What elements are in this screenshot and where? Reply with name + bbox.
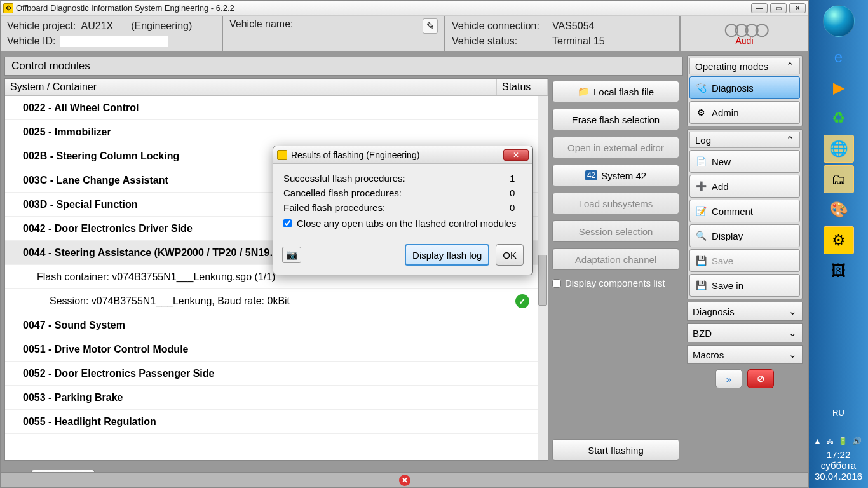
clock-date: 30.04.2016 (809, 471, 868, 482)
close-tabs-input[interactable] (283, 219, 292, 227)
macros-combo[interactable]: Macros ⌄ (687, 345, 803, 364)
taskbar-pictures-icon[interactable]: 🖼 (824, 257, 854, 285)
display-components-input[interactable] (552, 279, 561, 288)
audi-rings-icon: ◯◯◯◯ (724, 22, 765, 37)
save-as-icon: 💾 (695, 280, 707, 291)
folder-icon: 📁 (578, 86, 590, 97)
start-flashing-button[interactable]: Start flashing (552, 439, 679, 461)
minimize-button[interactable]: — (751, 3, 768, 13)
table-row[interactable]: 0051 - Drive Motor Control Module (5, 337, 548, 362)
clock-time[interactable]: 17:22 (809, 449, 868, 460)
status-value: Terminal 15 (552, 36, 605, 47)
dialog-icon (277, 150, 287, 160)
cancel-button[interactable]: ⊘ (747, 369, 774, 388)
taskbar-paint-icon[interactable]: 🎨 (824, 196, 854, 224)
success-icon: ✓ (515, 294, 529, 308)
collapse-icon: ⌃ (786, 60, 794, 72)
brand-logo: ◯◯◯◯ Audi (681, 16, 808, 51)
system-tray[interactable]: RU ▲ 🖧 🔋 🔊 17:22 суббота 30.04.2016 (809, 404, 868, 488)
language-indicator[interactable]: RU (809, 408, 868, 417)
gear-icon: ⚙ (695, 107, 707, 118)
tray-icons[interactable]: ▲ 🖧 🔋 🔊 (809, 437, 868, 445)
operating-modes-panel: Operating modes ⌃ 🩺 Diagnosis ⚙ Admin (687, 55, 803, 126)
stethoscope-icon: 🩺 (695, 82, 707, 93)
table-row[interactable]: 0047 - Sound System (5, 313, 548, 337)
comment-icon: 📝 (695, 205, 707, 217)
table-row[interactable]: 0022 - All Wheel Control (5, 96, 548, 120)
window-title: Offboard Diagnostic Information System E… (16, 3, 751, 13)
forward-icon: » (726, 374, 731, 384)
admin-mode-button[interactable]: ⚙ Admin (689, 101, 800, 124)
close-button[interactable]: ✕ (789, 3, 806, 13)
flash-results-dialog: Results of flashing (Engineering) ✕ Succ… (273, 146, 533, 275)
taskbar-chrome-icon[interactable]: 🌐 (824, 135, 854, 163)
table-row[interactable]: 0025 - Immobilizer (5, 120, 548, 144)
row-text: 0053 - Parking Brake (5, 390, 497, 406)
col-system[interactable]: System / Container (5, 79, 497, 95)
maximize-button[interactable]: ▭ (770, 3, 787, 13)
open-external-button: Open in external editor (552, 137, 679, 158)
diagnosis-combo[interactable]: Diagnosis ⌄ (687, 302, 803, 321)
row-text: Session: v074B3755N1___Lenkung, Baud rat… (5, 293, 497, 309)
ok-button[interactable]: OK (496, 244, 524, 266)
display-flash-log-button[interactable]: Display flash log (405, 244, 489, 266)
titlebar[interactable]: ⚙ Offboard Diagnostic Information System… (1, 1, 808, 16)
table-row[interactable]: 0053 - Parking Brake (5, 386, 548, 410)
project-mode: (Engineering) (131, 20, 192, 32)
taskbar-media-icon[interactable]: ▶ (824, 74, 854, 102)
scrollbar[interactable] (538, 96, 548, 460)
close-tabs-checkbox[interactable]: Close any open tabs on the flashed contr… (283, 218, 522, 229)
log-display-button[interactable]: 🔍Display (689, 224, 800, 247)
row-text: 0022 - All Wheel Control (5, 100, 497, 116)
operating-modes-header[interactable]: Operating modes ⌃ (689, 58, 800, 74)
project-value: AU21X (81, 20, 114, 32)
system42-button[interactable]: 42 System 42 (552, 165, 679, 186)
erase-flash-button[interactable]: Erase flash selection (552, 109, 679, 130)
vehicle-name-label: Vehicle name: (229, 18, 294, 30)
windows-taskbar: e ▶ ♻ 🌐 🗂 🎨 ⚙ 🖼 RU ▲ 🖧 🔋 🔊 17:22 суббота… (809, 0, 868, 488)
clock-day: суббота (809, 460, 868, 471)
row-text: 0052 - Door Electronics Passenger Side (5, 365, 497, 382)
save-icon: 💾 (695, 255, 707, 266)
connection-label: Vehicle connection: (452, 20, 547, 32)
table-row[interactable]: 0055 - Headlight Regulation (5, 410, 548, 434)
taskbar-odis-icon[interactable]: ⚙ (824, 226, 854, 254)
failed-label: Failed flash procedures: (283, 202, 385, 213)
start-button[interactable] (823, 5, 855, 37)
col-status[interactable]: Status (497, 79, 548, 95)
add-icon: ➕ (695, 180, 707, 192)
success-label: Successful flash procedures: (283, 173, 405, 184)
vehicle-id-label: Vehicle ID: (7, 36, 55, 47)
magnify-icon: 🔍 (695, 230, 707, 241)
taskbar-recycle-icon[interactable]: ♻ (824, 104, 854, 132)
app-window: ⚙ Offboard Diagnostic Information System… (0, 0, 809, 488)
table-row[interactable]: Session: v074B3755N1___Lenkung, Baud rat… (5, 289, 548, 313)
log-add-button[interactable]: ➕Add (689, 175, 800, 198)
scroll-thumb[interactable] (538, 255, 547, 306)
connection-value: VAS5054 (552, 20, 594, 32)
dialog-close-button[interactable]: ✕ (503, 149, 529, 161)
log-header[interactable]: Log ⌃ (689, 132, 800, 148)
collapse-icon: ⌃ (786, 134, 794, 146)
taskbar-explorer-icon[interactable]: 🗂 (824, 165, 854, 193)
log-savein-button[interactable]: 💾Save in (689, 274, 800, 297)
brand-name: Audi (735, 36, 753, 46)
edit-name-button[interactable]: ✎ (423, 18, 438, 34)
log-comment-button[interactable]: 📝Comment (689, 200, 800, 222)
vehicle-id-value (60, 36, 168, 47)
log-save-button: 💾Save (689, 249, 800, 272)
screenshot-button[interactable]: 📷 (282, 247, 301, 263)
bzd-combo[interactable]: BZD ⌄ (687, 323, 803, 342)
diagnosis-mode-button[interactable]: 🩺 Diagnosis (689, 76, 800, 99)
taskbar-ie-icon[interactable]: e (824, 43, 854, 71)
cancelled-value: 0 (510, 187, 522, 198)
dialog-titlebar[interactable]: Results of flashing (Engineering) ✕ (273, 146, 532, 164)
display-components-checkbox[interactable]: Display components list (552, 278, 679, 288)
table-row[interactable]: 0052 - Door Electronics Passenger Side (5, 362, 548, 386)
forward-button[interactable]: » (715, 369, 742, 388)
error-icon[interactable]: ✕ (399, 475, 410, 486)
chevron-down-icon: ⌄ (789, 349, 797, 360)
local-flash-button[interactable]: 📁 Local flash file (552, 81, 679, 102)
pencil-icon: ✎ (426, 20, 435, 32)
log-new-button[interactable]: 📄New (689, 150, 800, 173)
